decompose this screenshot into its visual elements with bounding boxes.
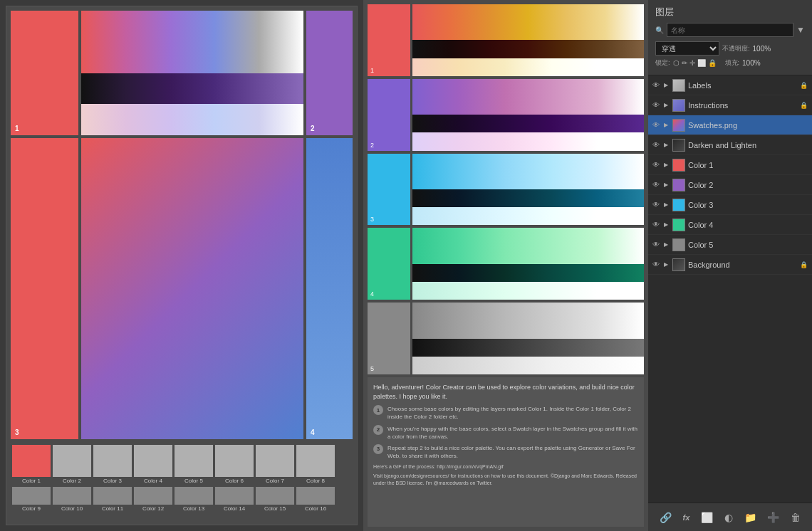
layer-arrow-background[interactable]: ▶ xyxy=(664,261,670,268)
link-layers-icon[interactable]: 🔗 xyxy=(660,512,672,523)
swatch-color-10 xyxy=(53,487,91,505)
layer-name-color4: Color 4 xyxy=(688,221,808,229)
lock-image-icon[interactable]: ✏ xyxy=(682,59,687,67)
layer-thumb-color2 xyxy=(672,179,685,191)
swatch-label-5: Color 5 xyxy=(184,478,203,484)
swatch-item-6[interactable]: Color 6 xyxy=(215,445,254,484)
layer-eye-labels[interactable]: 👁 xyxy=(652,81,661,89)
layer-thumb-color3 xyxy=(672,199,685,211)
layer-item-labels[interactable]: 👁 ▶ Labels 🔒 xyxy=(648,75,812,95)
swatch-item-13[interactable]: Color 13 xyxy=(175,487,213,512)
swatch-item-11[interactable]: Color 11 xyxy=(93,487,132,512)
lock-transparent-icon[interactable]: ⬡ xyxy=(673,59,680,67)
layer-arrow-labels[interactable]: ▶ xyxy=(664,82,670,88)
swatch-item-4[interactable]: Color 4 xyxy=(134,445,172,484)
swatch-item-7[interactable]: Color 7 xyxy=(256,445,294,484)
preview-swatches-4 xyxy=(412,228,644,300)
preview-swatch-dark-2 xyxy=(412,115,644,132)
swatch-item-10[interactable]: Color 10 xyxy=(53,487,91,512)
layer-name-color1: Color 1 xyxy=(688,161,808,169)
filter-icon[interactable]: ▼ xyxy=(796,25,805,35)
layer-thumb-labels xyxy=(672,79,685,92)
delete-layer-icon[interactable]: 🗑 xyxy=(791,512,801,523)
fx-icon[interactable]: fx xyxy=(683,513,690,522)
desc-step-3: 3 Repeat step 2 to build a nice color pa… xyxy=(373,444,638,460)
layer-item-darken[interactable]: 👁 ▶ Darken and Lighten xyxy=(648,135,812,155)
swatch-item-3[interactable]: Color 3 xyxy=(93,445,132,484)
swatch-item-15[interactable]: Color 15 xyxy=(256,487,294,512)
layer-item-color4[interactable]: 👁 ▶ Color 4 xyxy=(648,215,812,235)
layer-name-color3: Color 3 xyxy=(688,201,808,209)
layer-item-color5[interactable]: 👁 ▶ Color 5 xyxy=(648,235,812,255)
lock-row: 锁定: ⬡ ✏ ✛ ⬜ 🔒 填充: 100% xyxy=(655,58,805,68)
layer-eye-background[interactable]: 👁 xyxy=(652,261,661,268)
swatch-color-7 xyxy=(256,445,294,477)
layer-eye-color5[interactable]: 👁 xyxy=(652,241,661,248)
layer-arrow-darken[interactable]: ▶ xyxy=(664,142,670,148)
layer-eye-darken[interactable]: 👁 xyxy=(652,141,661,149)
preview-swatch-dark-3 xyxy=(412,189,644,207)
layer-arrow-swatches[interactable]: ▶ xyxy=(664,122,670,128)
preview-swatch-top-3 xyxy=(412,154,644,189)
swatch-item-2[interactable]: Color 2 xyxy=(53,445,91,484)
canvas-area: 1 2 3 4 xyxy=(6,6,358,525)
preview-swatches-3 xyxy=(412,154,644,226)
swatch-item-14[interactable]: Color 14 xyxy=(215,487,254,512)
layer-eye-color3[interactable]: 👁 xyxy=(652,201,661,209)
layer-arrow-color1[interactable]: ▶ xyxy=(664,162,670,168)
swatch-light xyxy=(81,104,303,135)
layer-item-background[interactable]: 👁 ▶ Background 🔒 xyxy=(648,255,812,275)
layer-eye-color1[interactable]: 👁 xyxy=(652,161,661,169)
swatch-color-13 xyxy=(175,487,213,505)
desc-step-2: 2 When you're happy with the base colors… xyxy=(373,425,638,441)
layer-eye-color2[interactable]: 👁 xyxy=(652,181,661,189)
layer-arrow-instructions[interactable]: ▶ xyxy=(664,102,670,108)
fill-label: 填充: xyxy=(725,58,740,68)
swatch-label-1: Color 1 xyxy=(22,478,41,484)
lock-all-icon[interactable]: 🔒 xyxy=(708,59,717,67)
layer-item-color3[interactable]: 👁 ▶ Color 3 xyxy=(648,195,812,215)
blend-mode-select[interactable]: 穿透 xyxy=(655,41,719,56)
layers-list: 👁 ▶ Labels 🔒 👁 ▶ Instructions 🔒 👁 ▶ Swat… xyxy=(648,75,812,503)
desc-step-1: 1 Choose some base colors by editing the… xyxy=(373,405,638,421)
swatch-item-9[interactable]: Color 9 xyxy=(12,487,51,512)
lock-label: 锁定: xyxy=(655,58,670,68)
search-input[interactable] xyxy=(667,23,793,37)
swatch-item-1[interactable]: Color 1 xyxy=(12,445,51,484)
layer-eye-color4[interactable]: 👁 xyxy=(652,221,661,228)
lock-artboard-icon[interactable]: ⬜ xyxy=(697,59,706,67)
group-layers-icon[interactable]: 📁 xyxy=(744,512,756,523)
layer-arrow-color2[interactable]: ▶ xyxy=(664,182,670,188)
preview-square-2: 2 xyxy=(368,79,410,151)
swatch-color-9 xyxy=(12,487,51,505)
preview-swatch-light-1 xyxy=(412,58,644,76)
layer-item-swatches[interactable]: 👁 ▶ Swatches.png xyxy=(648,115,812,135)
blend-row: 穿透 不透明度: 100% xyxy=(655,41,805,56)
swatch-item-8[interactable]: Color 8 xyxy=(296,445,335,484)
layer-arrow-color5[interactable]: ▶ xyxy=(664,241,670,248)
preview-swatch-light-4 xyxy=(412,282,644,300)
layer-item-color2[interactable]: 👁 ▶ Color 2 xyxy=(648,175,812,195)
lock-position-icon[interactable]: ✛ xyxy=(689,59,695,67)
layer-thumb-swatches xyxy=(672,119,685,132)
swatch-color-6 xyxy=(215,445,254,477)
new-layer-icon[interactable]: ➕ xyxy=(767,512,779,523)
layer-arrow-color4[interactable]: ▶ xyxy=(664,221,670,228)
step-num-1: 1 xyxy=(373,405,383,415)
swatch-label-14: Color 14 xyxy=(224,505,245,512)
panel-title: 图层 xyxy=(655,6,805,19)
gradient-square xyxy=(81,138,303,439)
adjustment-layer-icon[interactable]: ◐ xyxy=(724,512,733,523)
layer-item-instructions[interactable]: 👁 ▶ Instructions 🔒 xyxy=(648,95,812,115)
layer-arrow-color3[interactable]: ▶ xyxy=(664,201,670,208)
layer-mask-icon[interactable]: ⬜ xyxy=(701,512,713,523)
swatch-item-16[interactable]: Color 16 xyxy=(296,487,335,512)
swatch-item-12[interactable]: Color 12 xyxy=(134,487,172,512)
layer-item-color1[interactable]: 👁 ▶ Color 1 xyxy=(648,155,812,175)
swatch-item-5[interactable]: Color 5 xyxy=(175,445,213,484)
layer-eye-swatches[interactable]: 👁 xyxy=(652,121,661,129)
step-text-3: Repeat step 2 to build a nice color pale… xyxy=(387,444,638,460)
layer-lock-background: 🔒 xyxy=(800,261,808,268)
layer-eye-instructions[interactable]: 👁 xyxy=(652,101,661,109)
swatch-label-2: Color 2 xyxy=(63,478,81,484)
